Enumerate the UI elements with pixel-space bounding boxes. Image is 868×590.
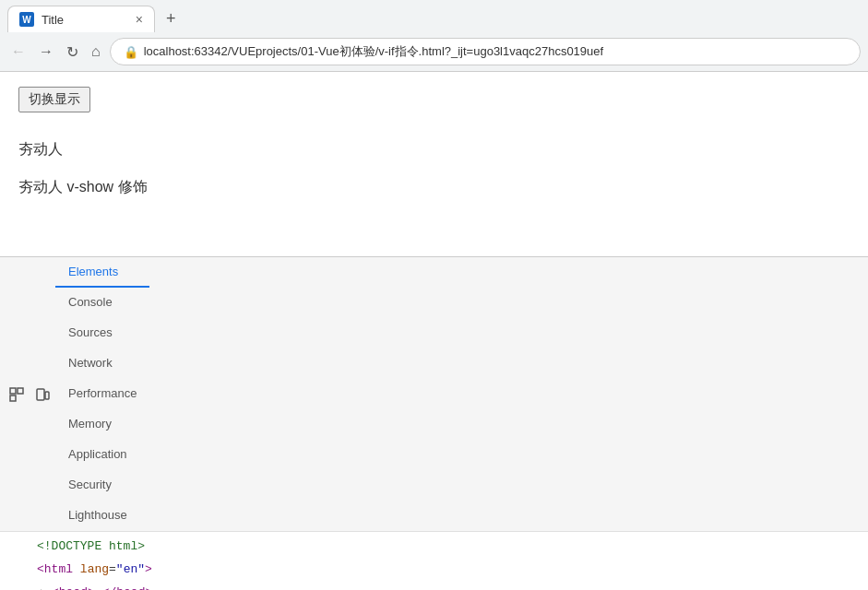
devtools-panel: ElementsConsoleSourcesNetworkPerformance… <box>0 256 868 590</box>
expand-triangle-icon[interactable] <box>41 585 52 590</box>
refresh-button[interactable]: ↻ <box>63 40 82 65</box>
svg-rect-1 <box>10 395 16 401</box>
back-button[interactable]: ← <box>7 40 30 64</box>
svg-rect-4 <box>45 392 49 399</box>
url-bar[interactable]: 🔒 localhost:63342/VUEprojects/01-Vue初体验/… <box>110 38 861 65</box>
dom-line[interactable]: <html lang="en"> <box>0 559 868 582</box>
devtools-tab-network[interactable]: Network <box>55 348 149 379</box>
devtools-tab-performance[interactable]: Performance <box>55 379 149 409</box>
toggle-display-button[interactable]: 切换显示 <box>18 87 90 112</box>
svg-rect-3 <box>37 389 44 400</box>
device-icon <box>35 387 50 402</box>
new-tab-button[interactable]: + <box>159 6 184 32</box>
browser-chrome: W Title × + ← → ↻ ⌂ 🔒 localhost:63342/VU… <box>0 0 868 72</box>
devtools-tab-bar: ElementsConsoleSourcesNetworkPerformance… <box>0 257 868 532</box>
dom-line[interactable]: <head>…</head> <box>0 582 868 590</box>
url-text: localhost:63342/VUEprojects/01-Vue初体验/v-… <box>144 43 847 60</box>
dom-line-content: <!DOCTYPE html> <box>37 537 145 557</box>
tab-bar: W Title × + <box>0 0 868 32</box>
devtools-tab-security[interactable]: Security <box>55 470 149 501</box>
devtools-tab-sources[interactable]: Sources <box>55 318 149 348</box>
dom-line-content: <head>…</head> <box>52 584 152 590</box>
inspect-element-button[interactable] <box>4 380 30 409</box>
tab-close-button[interactable]: × <box>136 13 143 26</box>
page-text-1: 夯动人 <box>18 140 850 159</box>
page-text-2: 夯动人 v-show 修饰 <box>18 178 850 197</box>
devtools-tab-lighthouse[interactable]: Lighthouse <box>55 501 149 531</box>
dom-panel: <!DOCTYPE html><html lang="en"><head>…</… <box>0 532 868 590</box>
svg-rect-2 <box>18 388 23 394</box>
devtools-tab-application[interactable]: Application <box>55 440 149 470</box>
devtools-tab-elements[interactable]: Elements <box>55 257 149 288</box>
svg-rect-0 <box>10 388 16 394</box>
page-content: 切换显示 夯动人 夯动人 v-show 修饰 <box>0 72 868 256</box>
tab-favicon: W <box>19 12 34 27</box>
dom-line-content: <html lang="en"> <box>37 560 152 580</box>
devtools-tab-memory[interactable]: Memory <box>55 409 149 440</box>
devtools-tab-console[interactable]: Console <box>55 288 149 318</box>
dom-line[interactable]: <!DOCTYPE html> <box>0 536 868 559</box>
inspect-icon <box>9 387 24 402</box>
tab-title: Title <box>42 13 128 27</box>
forward-button[interactable]: → <box>35 40 57 64</box>
lock-icon: 🔒 <box>124 45 138 59</box>
address-bar: ← → ↻ ⌂ 🔒 localhost:63342/VUEprojects/01… <box>0 32 868 71</box>
home-button[interactable]: ⌂ <box>88 40 104 64</box>
device-toolbar-button[interactable] <box>30 380 55 409</box>
browser-tab[interactable]: W Title × <box>7 6 155 32</box>
devtools-tabs-container: ElementsConsoleSourcesNetworkPerformance… <box>55 257 149 531</box>
